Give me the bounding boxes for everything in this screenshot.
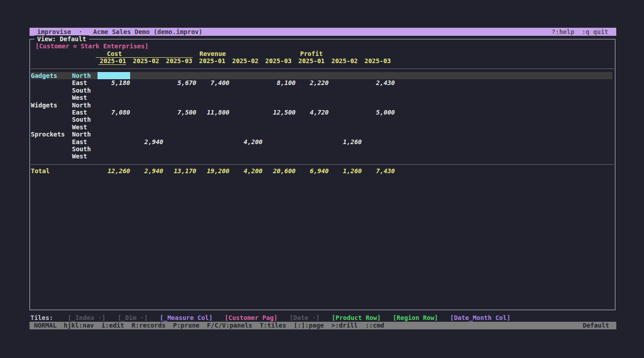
pivot-row[interactable]: South: [31, 116, 612, 123]
cell-value[interactable]: [163, 145, 196, 153]
cell-value[interactable]: [296, 138, 329, 145]
cell-value[interactable]: [362, 94, 395, 101]
cell-value[interactable]: [130, 87, 163, 94]
tile-region-row[interactable]: [Region Row]: [393, 314, 438, 322]
cell-value[interactable]: [296, 131, 329, 138]
cell-value[interactable]: [163, 94, 196, 101]
cell-value[interactable]: [229, 153, 263, 160]
cell-value[interactable]: [329, 153, 362, 160]
pivot-row[interactable]: SprocketsNorth: [31, 131, 612, 138]
cell-value[interactable]: [329, 109, 362, 116]
cell-value[interactable]: [329, 124, 362, 131]
cell-value[interactable]: [362, 116, 395, 123]
cell-value[interactable]: [329, 102, 362, 109]
measure-group-revenue[interactable]: Revenue: [196, 50, 296, 58]
cell-value[interactable]: [130, 116, 163, 123]
cell-value[interactable]: [263, 145, 296, 153]
cell-value[interactable]: [329, 87, 362, 94]
cell-value[interactable]: [163, 138, 196, 145]
month-column-header[interactable]: 2025-03: [163, 57, 196, 65]
cell-value[interactable]: [97, 138, 130, 145]
pivot-row[interactable]: South: [31, 145, 612, 153]
month-column-header[interactable]: 2025-02: [229, 57, 263, 65]
tile-date-month-col[interactable]: [Date_Month Col]: [450, 314, 511, 322]
cell-value[interactable]: [97, 153, 130, 160]
month-column-header[interactable]: 2025-01: [296, 57, 329, 65]
cell-value[interactable]: [97, 94, 130, 101]
cell-value[interactable]: [229, 131, 263, 138]
cell-value[interactable]: 5,670: [163, 79, 196, 86]
cell-value[interactable]: [130, 153, 163, 160]
cell-value[interactable]: [130, 72, 163, 79]
cell-value[interactable]: 4,200: [229, 138, 263, 145]
cell-value[interactable]: [130, 124, 163, 131]
cell-value[interactable]: [263, 138, 296, 145]
cell-value[interactable]: [362, 87, 395, 94]
cell-value[interactable]: 2,430: [362, 79, 395, 86]
cell-value[interactable]: [329, 131, 362, 138]
cell-value[interactable]: 8,100: [263, 79, 296, 86]
cell-value[interactable]: [329, 94, 362, 101]
cell-value[interactable]: [296, 102, 329, 109]
cell-value[interactable]: [362, 138, 395, 145]
tile-measure-col[interactable]: [_Measure Col]: [160, 314, 212, 322]
selected-cell-cursor[interactable]: [97, 72, 130, 79]
cell-value[interactable]: [263, 124, 296, 131]
cell-value[interactable]: [296, 145, 329, 153]
pivot-row[interactable]: East2,9404,2001,260: [31, 138, 612, 145]
cell-value[interactable]: 2,940: [130, 138, 163, 145]
cell-value[interactable]: [229, 79, 263, 86]
cell-value[interactable]: [263, 153, 296, 160]
cell-value[interactable]: [362, 124, 395, 131]
cell-value[interactable]: 2,220: [296, 79, 329, 86]
pivot-row[interactable]: West: [31, 153, 612, 160]
measure-group-profit[interactable]: Profit: [296, 50, 395, 58]
tile-date[interactable]: [Date ·]: [289, 314, 319, 322]
cell-value[interactable]: 11,800: [196, 109, 229, 116]
cell-value[interactable]: 4,720: [296, 109, 329, 116]
cell-value[interactable]: [196, 116, 229, 123]
pivot-row[interactable]: GadgetsNorth: [31, 72, 612, 79]
cell-value[interactable]: [196, 87, 229, 94]
cell-value[interactable]: [130, 145, 163, 153]
cell-value[interactable]: [229, 102, 263, 109]
cell-value[interactable]: [296, 116, 329, 123]
cell-value[interactable]: [362, 153, 395, 160]
cell-value[interactable]: [196, 138, 229, 145]
cell-value[interactable]: [296, 124, 329, 131]
cell-value[interactable]: [97, 145, 130, 153]
cell-value[interactable]: [196, 153, 229, 160]
cell-value[interactable]: 5,180: [97, 79, 130, 86]
cell-value[interactable]: 7,500: [163, 109, 196, 116]
cell-value[interactable]: [130, 79, 163, 86]
cell-value[interactable]: [163, 116, 196, 123]
cell-value[interactable]: [229, 116, 263, 123]
cell-value[interactable]: [329, 79, 362, 86]
cell-value[interactable]: [97, 131, 130, 138]
cell-value[interactable]: [196, 131, 229, 138]
cell-value[interactable]: 12,500: [263, 109, 296, 116]
pivot-row[interactable]: East7,0807,50011,80012,5004,7205,000: [31, 109, 612, 116]
cell-value[interactable]: 5,000: [362, 109, 395, 116]
cell-value[interactable]: [229, 87, 263, 94]
cell-value[interactable]: [263, 102, 296, 109]
cell-value[interactable]: [362, 102, 395, 109]
cell-value[interactable]: [329, 72, 362, 79]
cell-value[interactable]: [263, 116, 296, 123]
measure-group-cost[interactable]: Cost: [96, 50, 193, 58]
pivot-row[interactable]: West: [31, 124, 612, 131]
cell-value[interactable]: [329, 116, 362, 123]
cell-value[interactable]: [263, 72, 296, 79]
cell-value[interactable]: [296, 94, 329, 101]
cell-value[interactable]: [196, 102, 229, 109]
cell-value[interactable]: [296, 87, 329, 94]
cell-value[interactable]: [196, 145, 229, 153]
cell-value[interactable]: [163, 102, 196, 109]
cell-value[interactable]: [263, 87, 296, 94]
pivot-row[interactable]: South: [31, 87, 612, 94]
cell-value[interactable]: [163, 124, 196, 131]
month-column-header[interactable]: 2025-02: [329, 57, 362, 65]
cell-value[interactable]: [196, 124, 229, 131]
pivot-row[interactable]: East5,1805,6707,4008,1002,2202,430: [31, 79, 612, 86]
month-column-header[interactable]: 2025-03: [362, 57, 395, 65]
